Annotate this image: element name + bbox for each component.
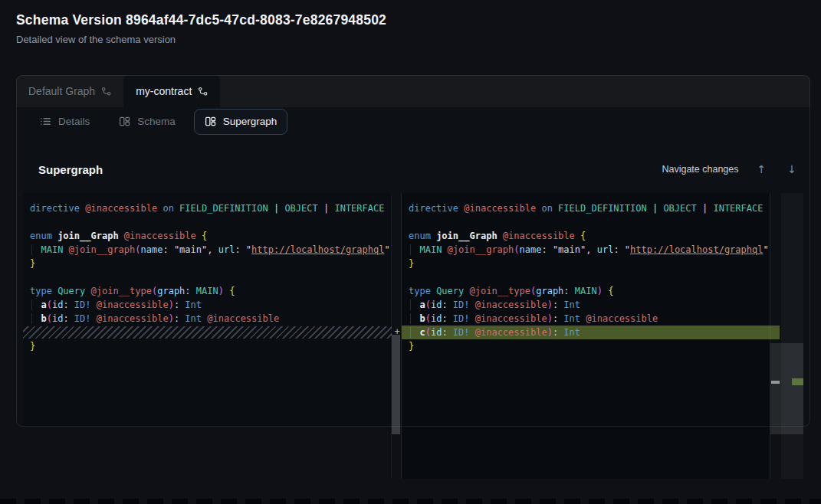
schema-version-page: Schema Version 8964af44-7dc5-47cd-8083-7…	[0, 0, 821, 504]
code-line: type Query @join__type(graph: MAIN) {	[23, 284, 392, 298]
tab-label: my-contract	[136, 85, 192, 97]
code-line: }	[402, 339, 770, 353]
code-line	[402, 270, 770, 284]
subtab-schema[interactable]: Schema	[108, 109, 186, 135]
graph-tabbar: Default Graph my-contract	[16, 75, 810, 107]
indent-guide	[410, 299, 411, 310]
code-line	[23, 270, 392, 284]
list-icon	[40, 116, 51, 127]
code-line: b(id: ID! @inaccessible): Int @inaccessi…	[23, 312, 392, 326]
page-title: Schema Version 8964af44-7dc5-47cd-8083-7…	[16, 12, 386, 28]
tab-default-graph[interactable]: Default Graph	[16, 75, 123, 107]
diff-editor: directive @inaccessible on FIELD_DEFINIT…	[23, 193, 803, 479]
original-code: directive @inaccessible on FIELD_DEFINIT…	[23, 193, 392, 353]
code-line: a(id: ID! @inaccessible): Int	[23, 298, 392, 312]
indent-guide	[31, 313, 32, 324]
code-line: }	[23, 257, 392, 270]
diff-placeholder-line	[23, 326, 392, 339]
subtab-label: Schema	[137, 116, 176, 127]
code-line: directive @inaccessible on FIELD_DEFINIT…	[23, 201, 392, 215]
code-line: b(id: ID! @inaccessible): Int @inaccessi…	[402, 312, 770, 326]
bottom-dashed-divider	[0, 499, 821, 504]
panel-heading: Supergraph	[38, 163, 103, 176]
contract-fork-icon	[101, 87, 111, 97]
indent-guide	[410, 313, 411, 324]
diff-pane-original[interactable]: directive @inaccessible on FIELD_DEFINIT…	[23, 193, 392, 427]
tab-my-contract[interactable]: my-contract	[123, 75, 220, 107]
code-line: enum join__Graph @inaccessible {	[402, 229, 770, 243]
added-code-line: c(id: ID! @inaccessible): Int	[402, 326, 770, 339]
columns-icon	[119, 116, 130, 127]
minimap[interactable]	[770, 193, 803, 479]
left-scrollbar-thumb[interactable]	[392, 335, 400, 434]
diff-pane-modified[interactable]: directive @inaccessible on FIELD_DEFINIT…	[402, 193, 770, 479]
columns-icon	[205, 116, 216, 127]
navigate-up-button[interactable]: ↑	[754, 162, 770, 176]
navigate-down-button[interactable]: ↓	[784, 162, 800, 176]
subtab-supergraph[interactable]: Supergraph	[194, 109, 288, 135]
indent-guide	[31, 244, 32, 255]
arrow-down-icon: ↓	[787, 163, 796, 175]
code-line	[402, 215, 770, 229]
code-line: a(id: ID! @inaccessible): Int	[402, 298, 770, 312]
minimap-added-mark	[792, 378, 803, 385]
navigate-changes-label: Navigate changes	[662, 164, 738, 175]
indent-guide	[31, 299, 32, 310]
tab-label: Default Graph	[28, 85, 95, 97]
diff-add-marker: +	[392, 325, 402, 339]
code-line: }	[23, 339, 392, 353]
code-line: directive @inaccessible on FIELD_DEFINIT…	[402, 201, 770, 215]
view-subtabs: Details Schema	[16, 107, 810, 136]
code-line	[23, 215, 392, 229]
minimap-column	[781, 193, 803, 479]
modified-code: directive @inaccessible on FIELD_DEFINIT…	[402, 193, 770, 353]
navigate-changes: Navigate changes ↑ ↓	[662, 162, 800, 176]
page-subtitle: Detailed view of the schema version	[16, 34, 176, 45]
code-line: MAIN @join__graph(name: "main", url: "ht…	[23, 243, 392, 257]
indent-guide	[410, 244, 411, 255]
code-line: type Query @join__type(graph: MAIN) {	[402, 284, 770, 298]
subtab-details[interactable]: Details	[29, 109, 100, 135]
indent-guide	[410, 327, 411, 338]
code-line: }	[402, 257, 770, 270]
contract-fork-icon	[198, 87, 208, 97]
code-line: MAIN @join__graph(name: "main", url: "ht…	[402, 243, 770, 257]
arrow-up-icon: ↑	[757, 163, 767, 175]
minimap-scrollbar-thumb[interactable]	[770, 343, 803, 434]
code-line: enum join__Graph @inaccessible {	[23, 229, 392, 243]
subtab-label: Details	[58, 116, 90, 127]
minimap-cursor-mark	[771, 381, 780, 384]
subtab-label: Supergraph	[223, 116, 277, 127]
